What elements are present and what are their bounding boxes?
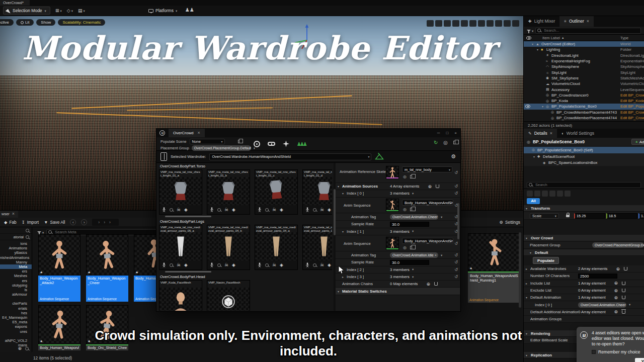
export-icon[interactable] [453,141,456,144]
overcrowd-section-header[interactable]: ▾Over Crowd [524,235,644,241]
add-element-icon[interactable] [616,266,620,272]
search-icon[interactable] [170,208,173,212]
folder-item[interactable]: ions [0,241,32,246]
remember-checkbox[interactable] [592,350,596,354]
property-row[interactable]: Sample Rate 30.0 [336,221,460,228]
text-item[interactable] [107,220,111,225]
outliner-row[interactable]: ◉ SM_SkySphere StaticMeshActor [524,75,644,81]
toolbar-icon[interactable] [461,20,468,27]
property-row[interactable]: Default Additional Animation 0 Array ele… [524,309,644,316]
lit-mode-button[interactable]: Lit [16,19,34,26]
text-item[interactable] [565,191,571,197]
filter-button[interactable] [37,230,44,235]
bodypart-card-thumbnail[interactable] [159,177,202,205]
skeleton-thumbnail[interactable] [386,166,399,179]
chevron-down-icon[interactable]: ▾ [441,253,442,257]
animation-thumbnail[interactable] [386,237,399,250]
save-all-button[interactable]: ▼Save All [44,220,65,225]
platforms-dropdown[interactable]: Platforms [148,7,177,15]
sources-folder-cut[interactable]: atorial [0,234,32,240]
text-item[interactable] [96,220,100,225]
search-icon[interactable] [313,208,316,212]
actor-type[interactable]: SkyAtmosphere [620,64,644,69]
tab-details[interactable]: ✎Details [524,129,557,138]
bodypart-card-thumbnail[interactable] [207,177,250,205]
tag-chip[interactable]: OverCrowd.Animation.Cheer [578,302,626,308]
default-section-header[interactable]: ▾Default [524,249,644,256]
actor-type[interactable]: Edit BP_PopulateScene [620,104,644,109]
property-row[interactable]: ▾ Animation Sources 4 Array elements [336,183,460,190]
close-window-button[interactable]: × [454,131,457,135]
material-icon[interactable]: ◈ [328,207,331,212]
reset-icon[interactable] [454,275,458,279]
folder-item[interactable]: yBasics [0,250,32,255]
property-row[interactable]: ▸ Index [ 3 ] 3 members ▾ [336,274,460,281]
media-reel-icon[interactable] [254,141,260,147]
outliner-row[interactable]: ▾ ◎ BP_PopulateScene_Box0 Edit BP_Popula… [524,104,644,109]
reset-icon[interactable] [454,260,458,264]
details-search-input[interactable] [527,182,641,188]
asset-tile[interactable]: Body_Human_Weapon_Cheer Animation Sequen… [86,234,128,302]
expander-icon[interactable]: ▸ [526,282,530,285]
placement-group-chip[interactable]: OverCrowd.PlacementGroup.Default [192,145,251,151]
material-icon[interactable]: ◈ [232,262,235,267]
expander-icon[interactable]: ▾ [338,290,342,293]
tool-dropdown[interactable]: ⊞ [55,8,62,13]
show-button[interactable]: Show [36,19,55,26]
chevron-down-icon[interactable]: ▾ [441,215,442,219]
outliner-row[interactable]: ◠ SkyAtmosphere SkyAtmosphere [524,64,644,69]
folder-item[interactable]: alArmour [0,292,32,297]
wardrobe-dropdown[interactable]: OverCrowd.Wardrobe.HumanWeaponAndShield [209,153,371,160]
property-row[interactable]: ▾ Material Static Switches [336,288,460,295]
add-element-icon[interactable] [614,288,618,293]
browse-icon[interactable]: ◎ [403,207,407,212]
text-item[interactable] [557,191,563,197]
animate-person-icon[interactable] [210,262,214,267]
animate-person-icon[interactable] [305,262,309,267]
expander-icon[interactable]: ▾ [537,48,541,51]
add-element-icon[interactable] [428,184,432,189]
anim-sequence-dropdown[interactable]: Body_Human_WeaponAndShield_ [402,200,453,206]
populate-button[interactable]: Populate [533,257,559,264]
add-element-icon[interactable] [614,309,618,314]
toolbar-icon[interactable] [487,20,494,27]
add-source-icon[interactable] [18,346,22,351]
transform-section-header[interactable]: ▾Transform [524,205,644,212]
folder-item[interactable]: Manny [0,260,32,264]
actor-type[interactable]: ExponentialHeightFog [620,59,644,63]
text-item[interactable] [113,220,115,225]
toolbar-icon[interactable] [469,20,476,27]
add-element-icon[interactable] [614,295,618,300]
bodypart-card[interactable]: VMP_ma_meta_tal_nrw_medieval_armour_pant… [159,225,202,270]
bodypart-card[interactable]: VMP_ma_meta_tal_nrw_chest_knight_01_b ☠ … [207,169,250,215]
reset-icon[interactable] [454,170,458,175]
outliner-row[interactable]: ▾ ▲ OverCrowd (Editor) World [524,41,644,47]
property-row[interactable]: Number Of Characters 2500 [524,273,644,280]
skeleton-icon[interactable]: ☠ [224,262,228,267]
lock-icon[interactable] [566,215,570,217]
tool-dropdown[interactable]: ◇ [67,8,73,13]
toolbar-icon[interactable] [504,20,511,27]
search-icon[interactable] [217,263,221,267]
material-icon[interactable]: ◈ [184,207,188,212]
property-row[interactable]: Sample Rate 30.0 [336,259,460,266]
import-button[interactable]: ↧Import [22,220,39,225]
reset-icon[interactable] [454,253,458,257]
close-icon[interactable] [550,128,552,139]
reset-icon[interactable] [454,241,458,246]
content-browser-tab[interactable]: wser [0,211,18,218]
close-icon[interactable] [197,131,200,135]
trash-icon[interactable] [622,289,625,292]
browse-icon[interactable]: ◎ [403,174,407,179]
close-icon[interactable] [587,16,589,27]
expander-icon[interactable]: ▸ [342,275,346,279]
skeleton-icon[interactable]: ☠ [177,207,181,212]
actor-type[interactable]: SkyLight [620,70,644,75]
property-row[interactable]: ▾ Index [ 0 ] 3 members ▾ [336,190,460,197]
toolbar-icon[interactable] [512,20,519,27]
folder-item[interactable]: alNPC_VOL2 [0,338,32,343]
chevron-down-icon[interactable]: ▾ [412,229,414,233]
transform-axis-dropdown[interactable]: Scale [530,213,559,219]
search-icon[interactable] [313,263,316,267]
mask-icon[interactable] [268,142,275,146]
